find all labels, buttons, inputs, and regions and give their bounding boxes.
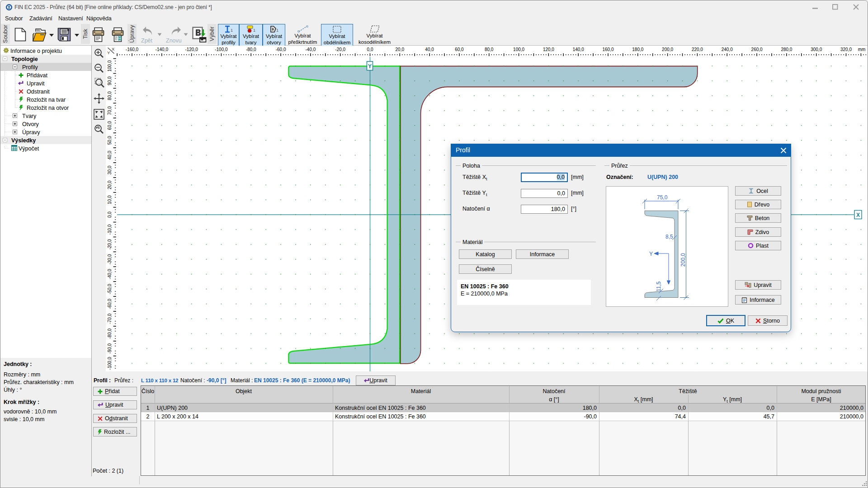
svg-text:-100,0: -100,0 — [107, 357, 112, 370]
svg-text:70,0: 70,0 — [107, 106, 112, 115]
svg-text:Y: Y — [107, 50, 110, 55]
svg-text:280,0: 280,0 — [781, 47, 792, 52]
svg-text:160,0: 160,0 — [602, 47, 613, 52]
svg-text:-10,0: -10,0 — [107, 224, 112, 235]
svg-text:40,0: 40,0 — [425, 47, 434, 52]
svg-text:180,0: 180,0 — [632, 47, 643, 52]
svg-text:10,0: 10,0 — [107, 195, 112, 204]
svg-text:220,0: 220,0 — [692, 47, 703, 52]
svg-text:140,0: 140,0 — [573, 47, 584, 52]
svg-text:-160,0: -160,0 — [126, 47, 139, 52]
svg-text:120,0: 120,0 — [543, 47, 554, 52]
svg-text:1: 1 — [253, 28, 255, 33]
svg-text:X: X — [112, 47, 115, 52]
svg-text:60,0: 60,0 — [455, 47, 464, 52]
svg-text:200,0: 200,0 — [662, 47, 673, 52]
svg-text:-50,0: -50,0 — [107, 284, 112, 294]
svg-text:0,0: 0,0 — [367, 47, 373, 52]
svg-text:20,0: 20,0 — [107, 180, 112, 189]
svg-text:40,0: 40,0 — [107, 150, 112, 160]
svg-text:11,5: 11,5 — [656, 281, 662, 291]
svg-text:Y: Y — [368, 63, 372, 70]
svg-text:-40,0: -40,0 — [107, 269, 112, 279]
svg-text:X: X — [856, 212, 860, 218]
svg-text:260,0: 260,0 — [751, 47, 763, 52]
svg-text:-90,0: -90,0 — [107, 343, 112, 353]
svg-text:-60,0: -60,0 — [107, 299, 112, 309]
svg-text:-20,0: -20,0 — [107, 239, 112, 249]
svg-text:mm: mm — [858, 47, 866, 52]
svg-text:100,0: 100,0 — [513, 47, 524, 52]
svg-text:-120,0: -120,0 — [185, 47, 198, 52]
svg-text:240,0: 240,0 — [722, 47, 733, 52]
svg-text:0,0: 0,0 — [107, 211, 112, 218]
svg-text:1: 1 — [231, 28, 233, 33]
svg-text:-80,0: -80,0 — [107, 328, 112, 338]
svg-text:75,0: 75,0 — [657, 194, 668, 201]
svg-text:90,0: 90,0 — [107, 76, 112, 85]
svg-text:300,0: 300,0 — [811, 47, 822, 52]
svg-text:-140,0: -140,0 — [156, 47, 169, 52]
svg-text:80,0: 80,0 — [485, 47, 494, 52]
svg-text:1: 1 — [276, 28, 278, 33]
svg-text:-60,0: -60,0 — [276, 47, 286, 52]
svg-text:80,0: 80,0 — [107, 91, 112, 100]
svg-text:60,0: 60,0 — [107, 121, 112, 130]
svg-text:200,0: 200,0 — [680, 253, 686, 267]
svg-text:30,0: 30,0 — [107, 165, 112, 174]
svg-text:-80,0: -80,0 — [246, 47, 256, 52]
svg-text:320,0: 320,0 — [840, 47, 852, 52]
svg-text:-30,0: -30,0 — [107, 254, 112, 264]
svg-text:50,0: 50,0 — [107, 136, 112, 145]
svg-text:-70,0: -70,0 — [107, 314, 112, 324]
svg-text:Y: Y — [649, 251, 653, 257]
svg-text:-20,0: -20,0 — [335, 47, 345, 52]
svg-text:8,5: 8,5 — [665, 234, 673, 240]
svg-text:-40,0: -40,0 — [306, 47, 316, 52]
svg-text:100,0: 100,0 — [107, 60, 112, 71]
svg-text:-100,0: -100,0 — [215, 47, 228, 52]
svg-text:20,0: 20,0 — [396, 47, 405, 52]
